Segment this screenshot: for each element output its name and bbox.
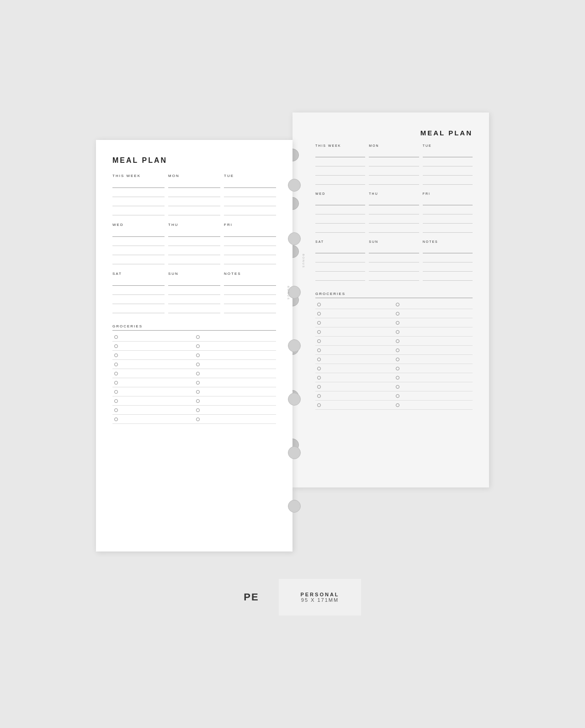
grocery-row-r7: [194, 387, 276, 396]
week1-col3-line1: [224, 180, 276, 188]
grocery-row-r10: [194, 415, 276, 424]
grocery-row-l2: [112, 342, 194, 351]
right-week2-col3-line3: [423, 215, 473, 224]
right-week-section-2: WED THU FRI: [315, 192, 473, 234]
right-week3-label2: SUN: [369, 240, 419, 245]
right-week2-col1: WED: [315, 192, 365, 234]
week1-col1-line4: [112, 207, 165, 215]
week1-label3: TUE: [224, 174, 276, 180]
week1-col2-line1: [168, 180, 220, 188]
right-week2-col3: FRI: [423, 192, 473, 234]
footer-section: PE PERSONAL 95 X 171MM: [224, 579, 361, 616]
grocery-circle-rl3: [317, 321, 321, 325]
groceries-title-left: GROCERIES: [112, 324, 276, 328]
grocery-row-rr9: [394, 373, 473, 382]
groceries-section-left: GROCERIES: [112, 324, 276, 424]
grocery-row-rr6: [394, 346, 473, 355]
week2-col3-line1: [224, 229, 276, 237]
grocery-circle-rl8: [317, 367, 321, 370]
grocery-circle-rr4: [396, 330, 399, 334]
grocery-circle-rr1: [396, 303, 399, 306]
grocery-row-rl7: [315, 355, 394, 364]
grocery-circle-rl10: [317, 385, 321, 389]
grocery-row-rl2: [315, 309, 394, 318]
grocery-row-l4: [112, 360, 194, 369]
week3-label2: SUN: [168, 272, 220, 278]
bonus-label-right: BONUS: [302, 254, 305, 268]
grocery-row-r9: [194, 406, 276, 415]
week2-col2: THU: [168, 223, 220, 265]
week1-col2-line4: [168, 207, 220, 215]
grocery-circle-r2: [196, 344, 200, 348]
right-week2-col1-line2: [315, 206, 365, 214]
grocery-row-rl3: [315, 318, 394, 327]
week1-header: THIS WEEK MON TUE: [112, 174, 276, 216]
grocery-circle-rl9: [317, 376, 321, 380]
grocery-circle-r7: [196, 390, 200, 394]
grocery-row-rr7: [394, 355, 473, 364]
grocery-circle-l8: [114, 399, 118, 403]
week2-col1-line1: [112, 229, 165, 237]
week3-col2-line4: [168, 305, 220, 313]
right-week3-col1-line3: [315, 263, 365, 272]
right-week2-label1: WED: [315, 192, 365, 197]
right-week1-label1: THIS WEEK: [315, 144, 365, 149]
grocery-circle-r3: [196, 353, 200, 357]
right-week3-col2: SUN: [369, 240, 419, 282]
right-week1-col2-line3: [369, 167, 419, 176]
right-week1-col1-line3: [315, 167, 365, 176]
grocery-row-rl6: [315, 346, 394, 355]
right-week1-col2-line2: [369, 158, 419, 166]
right-week3-col3: NOTES: [423, 240, 473, 282]
week2-label3: FRI: [224, 223, 276, 229]
grocery-circle-l6: [114, 381, 118, 385]
left-page-title: MEAL PLAN: [112, 156, 276, 165]
right-week3-col1: SAT: [315, 240, 365, 282]
week1-col3-line4: [224, 207, 276, 215]
right-week1-col1: THIS WEEK: [315, 144, 365, 186]
binding-circle-7: [288, 500, 301, 513]
size-box: PERSONAL 95 X 171MM: [279, 579, 361, 616]
week3-col2-line2: [168, 287, 220, 295]
right-week1-col3-line4: [423, 177, 473, 185]
grocery-circle-r6: [196, 381, 200, 385]
grocery-grid-left: [112, 332, 276, 424]
pe-box: PE: [224, 579, 279, 616]
week3-col1-line3: [112, 296, 165, 304]
grocery-circle-rl11: [317, 394, 321, 398]
week2-label1: WED: [112, 223, 165, 229]
grocery-circle-l3: [114, 353, 118, 357]
grocery-row-rr8: [394, 364, 473, 373]
right-week2-col2-line4: [369, 225, 419, 233]
grocery-row-r8: [194, 396, 276, 406]
week3-col3-line4: [224, 305, 276, 313]
week3-col3-line2: [224, 287, 276, 295]
grocery-row-r4: [194, 360, 276, 369]
grocery-grid-right: [315, 300, 473, 410]
grocery-circle-r5: [196, 372, 200, 375]
grocery-row-r5: [194, 369, 276, 378]
right-week3-col2-line1: [369, 245, 419, 253]
week1-col2: MON: [168, 174, 220, 216]
week3-col1-line4: [112, 305, 165, 313]
grocery-circle-r10: [196, 418, 200, 421]
right-week1-col2: MON: [369, 144, 419, 186]
right-week3-label3: NOTES: [423, 240, 473, 245]
week1-label2: MON: [168, 174, 220, 180]
right-week1-col1-line2: [315, 158, 365, 166]
week2-col1-line2: [112, 238, 165, 246]
week2-col3-line4: [224, 256, 276, 264]
grocery-circle-rl6: [317, 348, 321, 352]
grocery-row-rl1: [315, 300, 394, 309]
week1-col3-line2: [224, 189, 276, 197]
grocery-circle-l2: [114, 344, 118, 348]
grocery-circle-rr5: [396, 339, 399, 343]
grocery-circle-rr2: [396, 312, 399, 316]
binding-circle-6: [288, 446, 301, 459]
grocery-circle-r1: [196, 335, 200, 339]
grocery-circle-l7: [114, 390, 118, 394]
grocery-row-rr3: [394, 318, 473, 327]
grocery-circle-rr3: [396, 321, 399, 325]
right-week3-label1: SAT: [315, 240, 365, 245]
right-week3-col1-line1: [315, 245, 365, 253]
